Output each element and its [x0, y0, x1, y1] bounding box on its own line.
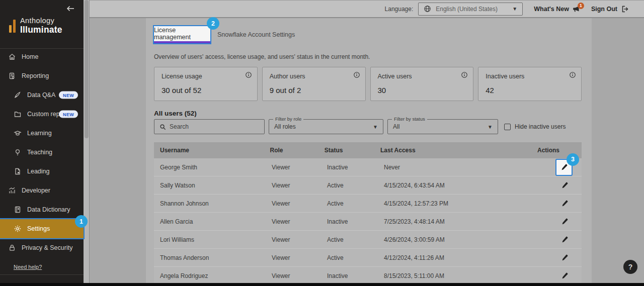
filter-by-status-select[interactable]: Filter by status All ▼: [387, 119, 498, 134]
cell-role: Viewer: [272, 236, 327, 243]
cell-username: Sally Watson: [154, 182, 272, 189]
collapse-sidebar-icon[interactable]: [65, 4, 76, 14]
brand-logo: Anthology Illuminate: [9, 16, 62, 35]
table-row-sally-watson: Sally WatsonViewerActive4/15/2024, 6:43:…: [154, 176, 582, 195]
sign-out-icon: [621, 5, 629, 13]
sidebar-item-label: Data Dictionary: [27, 206, 70, 213]
edit-user-button[interactable]: [561, 254, 569, 261]
new-badge: NEW: [59, 91, 78, 99]
need-help-link[interactable]: Need help?: [14, 264, 42, 270]
cell-role: Viewer: [272, 272, 327, 279]
globe-icon: [424, 5, 431, 13]
stat-label: Inactive users: [486, 73, 574, 80]
sign-out-label: Sign Out: [591, 6, 617, 13]
cell-actions: [543, 254, 582, 261]
sidebar-item-label: Teaching: [27, 149, 52, 156]
column-header-actions: Actions: [537, 147, 582, 154]
gear-icon: [14, 225, 22, 233]
sidebar-scrollbar[interactable]: [84, 0, 90, 286]
annotation-step-3-badge: 3: [567, 153, 579, 166]
sidebar-item-privacy-security[interactable]: Privacy & Security: [0, 238, 84, 257]
scrollbar-thumb[interactable]: [85, 0, 89, 138]
sidebar-item-home[interactable]: Home: [0, 47, 84, 66]
info-icon[interactable]: [353, 71, 360, 78]
stat-value: 9 out of 2: [270, 86, 358, 94]
cell-username: Thomas Anderson: [154, 254, 272, 261]
chevron-down-icon: ▼: [373, 124, 378, 130]
cell-last-access: 4/15/2024, 12:57:23 PM: [384, 200, 543, 207]
stat-label: License usage: [162, 73, 250, 80]
stats-row: License usage30 out of 52Author users9 o…: [154, 67, 582, 101]
edit-user-button[interactable]: [561, 218, 569, 225]
column-header-username: Username: [154, 147, 270, 154]
screen: Language: English (United States) ▼ What…: [0, 0, 644, 286]
cell-actions: [543, 181, 582, 189]
new-badge: NEW: [59, 111, 78, 118]
help-button[interactable]: ?: [623, 260, 637, 274]
filter-status-value: All: [393, 123, 488, 130]
stat-label: Active users: [378, 73, 466, 80]
stat-value: 30 out of 52: [162, 86, 250, 94]
reporting-icon: [8, 72, 16, 80]
edit-user-button[interactable]: [561, 181, 569, 189]
cell-last-access: 8/15/2023, 5:11:00 AM: [384, 272, 543, 279]
topbar: Language: English (United States) ▼ What…: [90, 0, 644, 18]
tab-snowflake-account-settings[interactable]: Snowflake Account Settings: [217, 31, 295, 38]
sidebar-item-label: Settings: [27, 225, 50, 232]
cell-username: Angela Rodriguez: [154, 272, 272, 279]
megaphone-icon: 1: [572, 5, 580, 13]
sidebar-item-data-q-a[interactable]: Data Q&ANEW: [0, 85, 84, 105]
cell-status: Inactive: [327, 164, 384, 171]
folder-icon: [14, 110, 22, 118]
sidebar-item-learning[interactable]: Learning: [0, 124, 84, 143]
table-row-shannon-johnson: Shannon JohnsonViewerActive4/15/2024, 12…: [154, 195, 582, 213]
annotation-step-2-badge: 2: [207, 17, 219, 30]
bottom-edge-bar: [0, 283, 644, 286]
sidebar-item-data-dictionary[interactable]: Data Dictionary: [0, 200, 84, 219]
hide-inactive-checkbox[interactable]: [504, 124, 511, 130]
whats-new-button[interactable]: What's New 1: [534, 5, 580, 13]
cell-role: Viewer: [272, 254, 327, 261]
sidebar-item-settings[interactable]: Settings: [0, 219, 84, 238]
language-select[interactable]: English (United States) ▼: [418, 3, 523, 16]
column-header-status: Status: [325, 147, 380, 154]
users-table: UsernameRoleStatusLast AccessActions Geo…: [154, 142, 582, 285]
sidebar-item-reporting[interactable]: Reporting: [0, 66, 84, 85]
cell-username: Lori Williams: [154, 236, 272, 243]
edit-user-button-spotlight[interactable]: 3: [555, 159, 573, 176]
info-icon[interactable]: [569, 71, 576, 78]
info-icon[interactable]: [461, 71, 468, 78]
developer-icon: [8, 186, 16, 195]
cell-username: Allen Garcia: [154, 218, 272, 225]
cell-status: Active: [327, 182, 384, 189]
overview-description: Overview of users' access, license usage…: [154, 53, 370, 60]
brand-bottom-text: Illuminate: [20, 25, 62, 35]
sidebar-item-teaching[interactable]: Teaching: [0, 143, 84, 162]
sign-out-button[interactable]: Sign Out: [591, 5, 629, 13]
search-input[interactable]: [154, 120, 264, 134]
filter-role-label: Filter by role: [273, 116, 303, 122]
sidebar-item-label: Learning: [27, 130, 52, 137]
cell-last-access: 4/12/2024, 4:11:26 AM: [384, 254, 543, 261]
stat-card-inactive-users: Inactive users42: [478, 67, 582, 101]
hide-inactive-users-toggle[interactable]: Hide inactive users: [504, 123, 566, 130]
edit-user-button[interactable]: [561, 272, 569, 279]
stat-card-author-users: Author users9 out of 2: [262, 67, 366, 101]
column-header-last-access: Last Access: [380, 147, 537, 154]
edit-user-button[interactable]: [561, 236, 569, 243]
sidebar-item-custom-reports[interactable]: Custom reportsNEW: [0, 105, 84, 124]
sidebar-item-developer[interactable]: Developer: [0, 181, 84, 200]
sidebar-item-label: Leading: [27, 168, 50, 175]
stat-value: 30: [378, 86, 466, 94]
table-row-george-smith: George SmithViewerInactiveNever3: [154, 158, 582, 176]
table-row-allen-garcia: Allen GarciaViewerInactive7/25/2023, 4:4…: [154, 213, 582, 231]
cell-username: Shannon Johnson: [154, 200, 272, 207]
tab-license-management[interactable]: License management: [154, 26, 210, 43]
filter-by-role-select[interactable]: Filter by role All roles ▼: [269, 119, 383, 134]
cell-actions: [543, 200, 582, 207]
info-icon[interactable]: [245, 71, 252, 78]
cell-role: Viewer: [272, 164, 327, 171]
sidebar-item-leading[interactable]: Leading: [0, 162, 84, 181]
edit-user-button[interactable]: [561, 200, 569, 207]
edit-user-button[interactable]: [560, 163, 568, 171]
